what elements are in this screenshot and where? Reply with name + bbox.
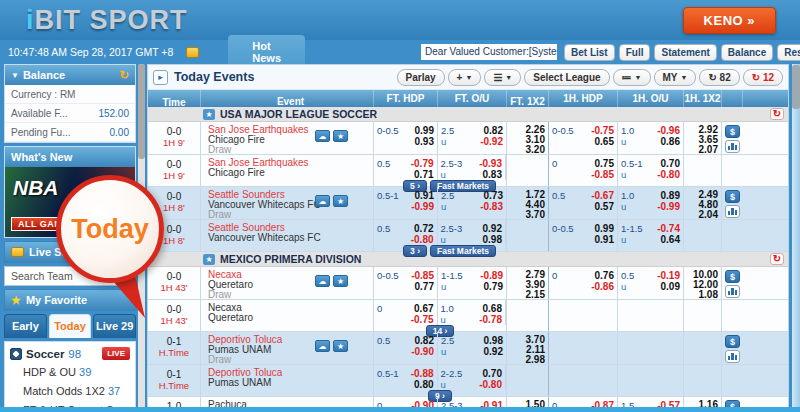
live-center-icon[interactable]: ☁ xyxy=(315,130,330,142)
odds-value[interactable]: -0.92 xyxy=(480,136,503,147)
stats-chart-icon[interactable] xyxy=(725,285,740,298)
odds-value[interactable]: -0.74 xyxy=(657,223,680,234)
favorite-star-icon[interactable]: ★ xyxy=(203,254,215,265)
stats-chart-icon[interactable] xyxy=(725,140,740,153)
odds-value[interactable]: -0.85 xyxy=(591,169,614,180)
odds-type-dropdown[interactable]: MY▼ xyxy=(654,69,697,86)
odds-value[interactable]: -0.93 xyxy=(479,158,502,169)
nav-button-balance[interactable]: Balance xyxy=(721,44,773,61)
odds-value[interactable]: -0.75 xyxy=(411,314,434,325)
odds-value[interactable]: -0.99 xyxy=(657,201,680,212)
odds-value[interactable]: 0.93 xyxy=(415,136,434,147)
odds-value[interactable]: -0.75 xyxy=(591,125,614,136)
odds-value[interactable]: -0.80 xyxy=(479,379,502,390)
odds-value[interactable]: -0.79 xyxy=(411,158,434,169)
bet-dollar-icon[interactable]: $ xyxy=(725,190,740,203)
odds-value[interactable]: -0.83 xyxy=(480,201,503,212)
odds-value[interactable]: -0.89 xyxy=(480,270,503,281)
parlay-button[interactable]: Parlay xyxy=(397,69,445,86)
odds-value[interactable]: 0.82 xyxy=(415,335,434,346)
odds-value[interactable]: 0.98 xyxy=(483,234,502,245)
odds-value[interactable]: 0.68 xyxy=(483,303,502,314)
main-scrollbar-thumb[interactable] xyxy=(792,65,800,109)
odds-value[interactable]: -0.90 xyxy=(411,346,434,357)
odds-value[interactable]: 0.72 xyxy=(414,223,433,234)
more-markets-button[interactable]: 3 › xyxy=(403,245,427,257)
odds-value[interactable]: -0.88 xyxy=(411,368,434,379)
odds-value[interactable]: -0.19 xyxy=(657,270,680,281)
odds-value[interactable]: 0.70 xyxy=(483,368,502,379)
menu-item-hdp-ou[interactable]: HDP & OU 39 xyxy=(5,362,135,381)
odds-value[interactable]: 0.79 xyxy=(484,281,503,292)
nav-button-full[interactable]: Full xyxy=(619,44,651,61)
nav-button-bet-list[interactable]: Bet List xyxy=(564,44,615,61)
odds-value[interactable]: 2.98 xyxy=(510,355,545,364)
odds-value[interactable]: 0.89 xyxy=(661,190,680,201)
live-center-icon[interactable]: ☁ xyxy=(315,275,330,287)
live-center-icon[interactable]: ☁ xyxy=(315,195,330,207)
bet-dollar-icon[interactable]: $ xyxy=(725,335,740,348)
sort-dropdown[interactable]: ☰▼ xyxy=(484,69,521,86)
league-refresh-icon[interactable]: ↻ xyxy=(770,108,784,120)
odds-value[interactable]: 0.99 xyxy=(415,125,434,136)
odds-value[interactable]: -0.78 xyxy=(479,314,502,325)
odds-value[interactable]: 0.09 xyxy=(661,281,680,292)
bet-dollar-icon[interactable]: $ xyxy=(725,125,740,138)
bet-dollar-icon[interactable]: $ xyxy=(725,270,740,283)
stats-chart-icon[interactable] xyxy=(725,350,740,363)
odds-value[interactable]: 0.82 xyxy=(484,125,503,136)
menu-item-match-odds-1x2[interactable]: Match Odds 1X2 37 xyxy=(5,381,135,400)
odds-value[interactable]: 0.64 xyxy=(661,234,680,245)
favorite-star-icon[interactable]: ★ xyxy=(333,275,348,287)
odds-value[interactable]: 0.98 xyxy=(484,335,503,346)
odds-value[interactable]: 0.80 xyxy=(414,379,433,390)
odds-value[interactable]: -0.67 xyxy=(591,190,614,201)
stats-chart-icon[interactable] xyxy=(725,205,740,218)
odds-value[interactable]: -0.99 xyxy=(411,201,434,212)
odds-value[interactable]: 0.99 xyxy=(595,223,614,234)
favorite-star-icon[interactable]: ★ xyxy=(333,195,348,207)
favorite-star-icon[interactable]: ★ xyxy=(333,340,348,352)
odds-value[interactable]: 0.75 xyxy=(595,158,614,169)
league-refresh-icon[interactable]: ↻ xyxy=(770,253,784,265)
main-scrollbar[interactable] xyxy=(792,64,800,410)
odds-value[interactable]: 0.76 xyxy=(595,270,614,281)
refresh-all-button[interactable]: ↻ 82 xyxy=(699,69,739,86)
fast-markets-button[interactable]: Fast Markets xyxy=(430,245,496,257)
balance-refresh-icon[interactable]: ↻ xyxy=(119,70,129,80)
odds-value[interactable]: -0.96 xyxy=(657,125,680,136)
favorite-star-icon[interactable]: ★ xyxy=(333,130,348,142)
nav-button-statement[interactable]: Statement xyxy=(654,44,716,61)
balance-panel-header[interactable]: ▼ Balance ↻ xyxy=(5,65,135,85)
odds-value[interactable]: 0.86 xyxy=(661,136,680,147)
odds-value[interactable]: 3.20 xyxy=(510,145,545,154)
sidebar-scrollbar-thumb[interactable] xyxy=(138,64,145,159)
favorite-star-icon[interactable]: ★ xyxy=(203,109,215,120)
odds-value[interactable]: 0.71 xyxy=(414,169,433,180)
odds-value[interactable]: 0.73 xyxy=(484,190,503,201)
odds-value[interactable]: 0.91 xyxy=(595,234,614,245)
keno-button[interactable]: KENO » xyxy=(683,7,776,34)
odds-value[interactable]: 0.65 xyxy=(595,136,614,147)
odds-value[interactable]: 0.77 xyxy=(415,281,434,292)
odds-value[interactable]: -0.86 xyxy=(591,281,614,292)
nav-button-result[interactable]: Result xyxy=(777,44,800,61)
odds-value[interactable]: 0.91 xyxy=(415,190,434,201)
odds-value[interactable]: -0.85 xyxy=(411,270,434,281)
collapse-toggle-icon[interactable]: ▸ xyxy=(153,70,168,85)
odds-value[interactable]: 2.07 xyxy=(687,145,718,154)
odds-value[interactable]: 2.04 xyxy=(687,210,718,219)
odds-value[interactable]: 0.92 xyxy=(483,223,502,234)
sport-row-soccer[interactable]: Soccer 98 LIVE xyxy=(5,344,135,362)
select-league-button[interactable]: Select League xyxy=(524,69,609,86)
live-center-icon[interactable]: ☁ xyxy=(315,340,330,352)
odds-value[interactable]: 0.70 xyxy=(661,158,680,169)
refresh-live-button[interactable]: ↻ 12 xyxy=(743,69,783,86)
odds-value[interactable]: 0.83 xyxy=(483,169,502,180)
odds-value[interactable]: 1.08 xyxy=(687,290,718,299)
odds-value[interactable]: 0.57 xyxy=(595,201,614,212)
odds-value[interactable]: 0.67 xyxy=(414,303,433,314)
odds-value[interactable]: 3.70 xyxy=(510,210,545,219)
odds-value[interactable]: 2.15 xyxy=(510,290,545,299)
odds-value[interactable]: -0.80 xyxy=(411,234,434,245)
